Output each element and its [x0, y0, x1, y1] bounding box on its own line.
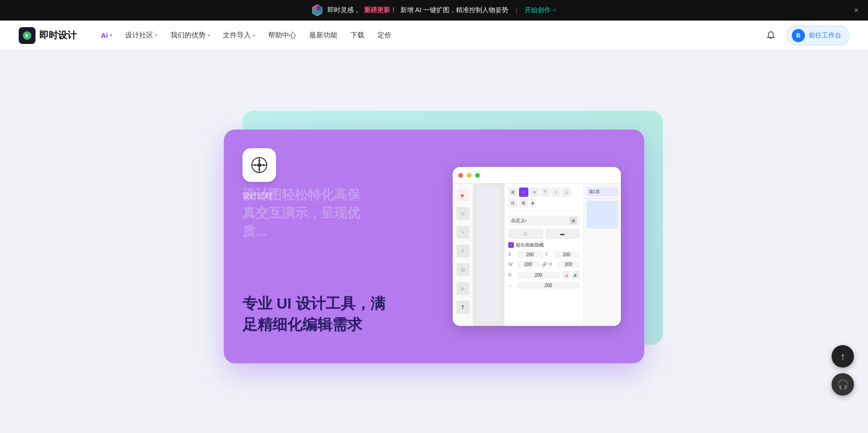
align-center-btn[interactable]: +	[519, 188, 528, 197]
nav-help-label: 帮助中心	[268, 31, 296, 40]
r-input[interactable]: 200	[517, 272, 560, 279]
y-input[interactable]: 200	[554, 251, 580, 258]
h-input[interactable]: 200	[557, 261, 580, 268]
chevron-down-icon: ▾	[110, 33, 112, 38]
audio-btn[interactable]: 🔊	[571, 271, 580, 279]
ghost-text: 设计图轻松特化高保 真交互演示，呈现优 质...	[242, 186, 429, 241]
nav-items: Ai ▾ 设计社区 ▾ 我们的优势 ▾ 文件导入 ▾ 帮助中心 最新功能 下载 …	[95, 27, 762, 43]
logo[interactable]: 即时设计	[19, 27, 77, 44]
logo-text: 即时设计	[39, 29, 77, 42]
circle-field-row: ○ 200	[508, 282, 580, 289]
ui-sidebar: ▶ □ ○ / ⬡ ▷ T	[453, 184, 473, 326]
r-field-row: R 200 📊 🔊	[508, 271, 580, 279]
pill-shape-btn[interactable]: ▬	[545, 229, 580, 239]
ui-screenshot: ▶ □ ○ / ⬡ ▷ T	[453, 167, 621, 326]
tool-arrow[interactable]: ▷	[456, 282, 470, 295]
nav-download-label: 下载	[350, 31, 364, 40]
nav-item-download[interactable]: 下载	[345, 27, 370, 43]
banner-highlight: 重磅更新！	[364, 6, 397, 14]
x-input[interactable]: 200	[517, 251, 543, 258]
ghost-line-1: 设计图轻松特化高保	[242, 186, 429, 204]
nav-community-label: 设计社区	[125, 31, 153, 40]
nav-item-ai[interactable]: Ai ▾	[95, 28, 118, 43]
nav-import-label: 文件导入	[223, 31, 251, 40]
align-bottom-btn[interactable]: ⊥	[562, 188, 571, 197]
rect-shape-btn[interactable]: □	[508, 229, 543, 239]
tool-select[interactable]: □	[456, 207, 470, 220]
scroll-to-top-button[interactable]: ↑	[832, 345, 854, 368]
ui-right-panel: 第1页	[583, 184, 621, 326]
circle-label: ○	[508, 283, 515, 288]
nav-right: B 前往工作台	[762, 26, 849, 45]
card-left: 设计过程 设计图轻松特化高保 真交互演示，呈现优 质... 专业 UI 设计工具…	[242, 148, 429, 345]
window-minimize-dot	[467, 173, 471, 178]
product-icon	[242, 148, 276, 182]
lock-icon: 🔗	[541, 262, 547, 267]
tool-text[interactable]: T	[456, 301, 470, 314]
banner-cta[interactable]: 开始创作→	[525, 6, 557, 14]
align-top-btn[interactable]: ⊤	[541, 188, 550, 197]
w-label: W	[508, 262, 515, 267]
notification-button[interactable]	[762, 27, 779, 44]
ghost-line-3: 质...	[242, 222, 429, 240]
headphone-icon: 🎧	[837, 379, 849, 390]
svg-point-10	[257, 163, 261, 167]
nav-item-import[interactable]: 文件导入 ▾	[217, 27, 261, 43]
cards-container: 设计过程 设计图轻松特化高保 真交互演示，呈现优 质... 专业 UI 设计工具…	[224, 130, 644, 363]
banner-prefix: 即时灵感，	[327, 6, 360, 14]
circle-input[interactable]: 200	[517, 282, 580, 289]
close-icon[interactable]: ×	[854, 6, 859, 14]
w-input[interactable]: 200	[517, 261, 540, 268]
align-middle-btn[interactable]: ↕	[551, 188, 561, 197]
ui-canvas	[473, 184, 504, 326]
tool-ellipse[interactable]: ○	[456, 226, 470, 239]
chevron-down-icon: ▾	[525, 219, 527, 223]
layer-preview	[587, 201, 618, 229]
nav-item-help[interactable]: 帮助中心	[263, 27, 302, 43]
support-button[interactable]: 🎧	[832, 373, 854, 396]
align-right-btn[interactable]: ≡	[530, 188, 539, 197]
main-content: 设计过程 设计图轻松特化高保 真交互演示，呈现优 质... 专业 UI 设计工具…	[0, 51, 868, 433]
ui-properties-panel: ⊞ + ≡ ⊤ ↕ ⊥ ⊟ ⊠ ◈	[504, 184, 583, 326]
chevron-down-icon: ▾	[155, 33, 157, 38]
nav-item-advantages[interactable]: 我们的优势 ▾	[165, 27, 215, 43]
tool-polygon[interactable]: ⬡	[456, 263, 470, 276]
auto-layout-btn[interactable]: ◈	[530, 198, 536, 208]
x-label: X	[508, 252, 515, 257]
ui-titlebar	[453, 167, 621, 184]
tool-play[interactable]: ▶	[456, 188, 470, 202]
panel-size-select[interactable]: 自定义 ▾ ⊞	[508, 216, 580, 226]
main-card: 设计过程 设计图轻松特化高保 真交互演示，呈现优 质... 专业 UI 设计工具…	[224, 130, 644, 363]
nav-item-community[interactable]: 设计社区 ▾	[120, 27, 163, 43]
nav-item-pricing[interactable]: 定价	[372, 27, 397, 43]
h-label: H	[549, 262, 555, 267]
hero-title-line2: 足精细化编辑需求	[242, 316, 362, 333]
crystal-icon	[311, 4, 324, 17]
top-banner: 即时灵感， 重磅更新！ 新增 AI 一键扩图，精准控制人物姿势 | 开始创作→ …	[0, 0, 868, 21]
page-item[interactable]: 第1页	[587, 188, 618, 196]
chevron-down-icon: ▾	[207, 33, 210, 38]
r-buttons: 📊 🔊	[562, 271, 580, 279]
align-left-btn[interactable]: ⊞	[508, 188, 518, 197]
layers-section	[587, 198, 618, 229]
ghost-line-2: 真交互演示，呈现优	[242, 204, 429, 222]
chart-btn[interactable]: 📊	[562, 271, 570, 279]
overflow-hidden-checkbox[interactable]: ✓	[508, 242, 514, 248]
distribute-h-btn[interactable]: ⊟	[508, 198, 518, 208]
tool-pen[interactable]: /	[456, 245, 470, 258]
banner-suffix: 新增 AI 一键扩图，精准控制人物姿势	[400, 6, 508, 14]
nav-item-new[interactable]: 最新功能	[304, 27, 343, 43]
wh-field-row: W 200 🔗 H 200	[508, 261, 580, 268]
chevron-down-icon: ▾	[253, 33, 255, 38]
panel-toolbar: ⊞ + ≡ ⊤ ↕ ⊥ ⊟ ⊠ ◈	[508, 188, 580, 212]
workspace-button[interactable]: B 前往工作台	[787, 26, 849, 45]
fab-container: ↑ 🎧	[832, 345, 854, 396]
overflow-hidden-row: ✓ 超出画板隐藏	[508, 242, 580, 248]
avatar: B	[792, 29, 805, 42]
r-label: R	[508, 273, 515, 278]
distribute-v-btn[interactable]: ⊠	[519, 198, 528, 208]
x-field-row: X 200 Y 200	[508, 251, 580, 258]
nav-ai-label: Ai	[101, 31, 108, 39]
overflow-hidden-label: 超出画板隐藏	[516, 242, 544, 248]
logo-icon	[19, 27, 36, 44]
